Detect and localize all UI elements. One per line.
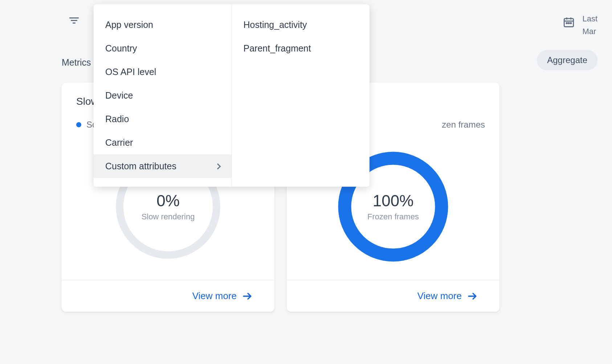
arrow-right-icon [242, 292, 253, 300]
date-line-1: Last [582, 12, 597, 25]
view-more-label: View more [417, 290, 462, 302]
dropdown-item-carrier[interactable]: Carrier [94, 131, 232, 154]
dropdown-item-hosting-activity[interactable]: Hosting_activity [232, 13, 370, 37]
chevron-right-icon [215, 163, 221, 169]
donut-value-slow: 0% [156, 192, 180, 210]
donut-value-frozen: 100% [373, 192, 414, 210]
legend-dot-icon [76, 122, 81, 127]
dropdown-item-custom-attributes[interactable]: Custom attributes [94, 154, 232, 178]
view-more-slow[interactable]: View more [192, 290, 253, 302]
donut-label-frozen: Frozen frames [367, 212, 419, 222]
dropdown-col-1: App version Country OS API level Device … [94, 4, 232, 187]
svg-point-6 [571, 22, 572, 24]
dropdown-item-os-api-level[interactable]: OS API level [94, 60, 232, 84]
date-line-2: Mar [582, 25, 597, 38]
svg-point-5 [568, 22, 570, 24]
view-more-frozen[interactable]: View more [417, 290, 478, 302]
view-more-label: View more [192, 290, 237, 302]
legend-label: zen frames [442, 120, 485, 130]
dropdown-col-2: Hosting_activity Parent_fragment [232, 4, 370, 187]
filter-dropdown: App version Country OS API level Device … [94, 4, 370, 187]
dropdown-item-parent-fragment[interactable]: Parent_fragment [232, 37, 370, 60]
filter-icon[interactable] [68, 15, 80, 26]
arrow-right-icon [468, 292, 478, 300]
date-range[interactable]: Last Mar [563, 12, 597, 38]
aggregate-button[interactable]: Aggregate [537, 50, 597, 70]
svg-point-4 [566, 22, 567, 24]
date-text: Last Mar [582, 12, 597, 38]
calendar-icon [563, 16, 575, 28]
dropdown-item-app-version[interactable]: App version [94, 13, 232, 37]
donut-label-slow: Slow rendering [142, 212, 195, 222]
dropdown-item-country[interactable]: Country [94, 37, 232, 60]
metrics-heading: Metrics [62, 57, 91, 68]
dropdown-item-label: Custom attributes [105, 161, 176, 171]
dropdown-item-radio[interactable]: Radio [94, 107, 232, 131]
dropdown-item-device[interactable]: Device [94, 84, 232, 107]
